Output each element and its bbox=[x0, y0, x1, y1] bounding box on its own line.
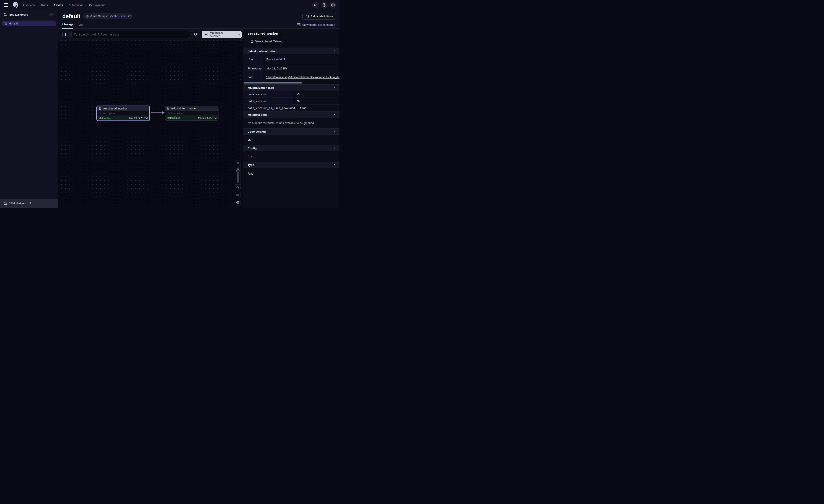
page-title: default bbox=[62, 13, 80, 19]
section-config[interactable]: Config ▼ bbox=[243, 145, 339, 151]
asset-group-badge-link[interactable]: 250321-dvers bbox=[110, 15, 126, 18]
materialize-selected-button[interactable]: Materialize selected bbox=[202, 31, 236, 38]
materialize-selected-split-button: Materialize selected bbox=[202, 31, 242, 38]
section-type[interactable]: Type ▼ bbox=[243, 161, 339, 168]
caret-down-icon: ▼ bbox=[333, 130, 335, 133]
primary-nav: Overview Runs Assets Automation Deployme… bbox=[23, 3, 105, 7]
tag-value: v5 bbox=[293, 91, 339, 98]
reload-definitions-label: Reload definitions bbox=[311, 15, 333, 18]
tag-value: 20 bbox=[293, 98, 339, 105]
dagster-logo-icon[interactable] bbox=[12, 2, 19, 9]
collapse-panel-button[interactable] bbox=[62, 31, 70, 38]
nav-runs[interactable]: Runs bbox=[41, 3, 48, 7]
asset-group-badge-text: Asset Group in bbox=[90, 15, 108, 18]
page-header: default Asset Group in 250321-dvers Relo… bbox=[58, 10, 339, 21]
metadata-plots-empty-message: No numeric metadata entries available to… bbox=[243, 118, 339, 128]
type-value: Any bbox=[243, 168, 339, 179]
tab-list[interactable]: List bbox=[79, 23, 83, 28]
asset-node-timestamp: Mar 21, 5:25 PM bbox=[198, 117, 216, 119]
lineage-edge-arrow bbox=[151, 111, 165, 115]
sidebar-group-label: 250321-dvers bbox=[9, 13, 28, 16]
search-icon bbox=[74, 33, 77, 36]
run-id-link[interactable]: c9a40434 bbox=[272, 57, 285, 61]
sidebar-item-default[interactable]: default bbox=[2, 20, 56, 26]
section-title: Materialization tags bbox=[248, 86, 274, 89]
zoom-out-icon bbox=[236, 186, 239, 189]
dagster-app: Overview Runs Assets Automation Deployme… bbox=[0, 0, 339, 208]
view-global-asset-lineage-link[interactable]: View global asset lineage bbox=[297, 23, 335, 28]
asset-node-versioned-number[interactable]: versioned_number No description Material… bbox=[96, 106, 150, 121]
canvas-controls bbox=[235, 160, 241, 206]
section-metadata-plots[interactable]: Metadata plots ▼ bbox=[243, 112, 339, 118]
zoom-slider[interactable] bbox=[235, 166, 240, 184]
zoom-control-pill bbox=[235, 160, 241, 191]
sidebar-footer[interactable]: 250321-dvers bbox=[0, 199, 58, 208]
graph-settings-button[interactable] bbox=[235, 192, 241, 198]
asset-node-multiplied-number[interactable]: multiplied_number No description Materia… bbox=[165, 106, 218, 120]
asset-groups-sidebar: 250321-dvers 1 default 250321-dvers bbox=[0, 10, 58, 208]
materialize-dropdown-button[interactable] bbox=[236, 31, 242, 38]
asset-table-icon bbox=[167, 107, 169, 110]
settings-button[interactable] bbox=[329, 2, 336, 9]
tag-key: data_version bbox=[243, 98, 293, 105]
help-button[interactable]: ? bbox=[321, 2, 328, 9]
view-in-asset-catalog-label: View in Asset Catalog bbox=[255, 39, 283, 43]
view-in-asset-catalog-button[interactable]: View in Asset Catalog bbox=[248, 38, 285, 44]
nav-deployment[interactable]: Deployment bbox=[89, 3, 105, 7]
download-icon bbox=[236, 201, 240, 205]
zoom-in-button[interactable] bbox=[235, 160, 240, 166]
zoom-out-button[interactable] bbox=[235, 184, 240, 190]
panel-horizontal-scrollbar bbox=[243, 81, 339, 84]
zoom-slider-handle[interactable] bbox=[236, 169, 239, 172]
nav-automation[interactable]: Automation bbox=[69, 3, 83, 7]
sidebar-item-label: default bbox=[9, 22, 18, 25]
tab-lineage[interactable]: Lineage bbox=[62, 23, 73, 28]
materialize-selected-label: Materialize selected bbox=[210, 31, 233, 38]
tag-value: true bbox=[297, 105, 339, 111]
asset-detail-panel: versioned_number View in Asset Catalog L… bbox=[243, 28, 339, 208]
search-button[interactable] bbox=[312, 2, 319, 9]
view-global-asset-lineage-label: View global asset lineage bbox=[302, 23, 335, 26]
section-title: Type bbox=[248, 163, 254, 166]
path-link[interactable]: /Users/smackesey/stm/code/elementl/exper… bbox=[266, 76, 339, 79]
search-icon bbox=[314, 3, 317, 7]
section-title: Latest materialization bbox=[248, 49, 277, 53]
reload-cube-icon bbox=[305, 14, 309, 18]
nav-overview[interactable]: Overview bbox=[23, 3, 35, 7]
asset-search-input[interactable] bbox=[79, 33, 188, 36]
folder-icon bbox=[4, 202, 7, 205]
nav-assets[interactable]: Assets bbox=[54, 3, 63, 7]
top-nav: Overview Runs Assets Automation Deployme… bbox=[0, 0, 339, 10]
tag-row-code-version: code_version v5 bbox=[243, 91, 339, 98]
reload-definitions-button[interactable]: Reload definitions bbox=[302, 13, 336, 20]
asset-group-icon bbox=[4, 22, 7, 25]
run-row-value: Run c9a40434 bbox=[263, 54, 339, 64]
run-row-key: Run bbox=[243, 54, 263, 64]
section-materialization-tags[interactable]: Materialization tags ▼ bbox=[243, 84, 339, 91]
sidebar-group-row[interactable]: 250321-dvers 1 bbox=[0, 10, 58, 19]
download-graph-button[interactable] bbox=[235, 200, 241, 206]
gear-icon bbox=[331, 3, 335, 7]
refresh-graph-button[interactable] bbox=[192, 31, 199, 38]
asset-group-badge[interactable]: Asset Group in 250321-dvers bbox=[83, 13, 133, 19]
hamburger-menu-icon[interactable] bbox=[3, 1, 10, 9]
section-title: Metadata plots bbox=[248, 113, 268, 116]
materialize-sparkle-icon bbox=[205, 33, 208, 36]
lineage-graph-icon bbox=[297, 23, 301, 26]
section-latest-materialization[interactable]: Latest materialization ▼ bbox=[243, 48, 339, 54]
section-code-version[interactable]: Code Version ▼ bbox=[243, 128, 339, 135]
latest-timestamp-row: Timestamp Mar 21, 5:29 PM bbox=[243, 64, 339, 73]
help-icon: ? bbox=[322, 3, 326, 7]
sidebar-footer-label: 250321-dvers bbox=[9, 202, 26, 205]
external-link-icon bbox=[250, 40, 253, 43]
caret-down-icon: ▼ bbox=[333, 87, 335, 89]
caret-down-icon: ▼ bbox=[333, 114, 335, 116]
lineage-canvas[interactable]: versioned_number No description Material… bbox=[58, 40, 243, 208]
asset-detail-title: versioned_number bbox=[248, 31, 335, 35]
horizontal-scrollbar-thumb[interactable] bbox=[244, 82, 302, 84]
asset-node-status: Materialized bbox=[167, 117, 180, 119]
panel-toggle-icon bbox=[64, 33, 68, 36]
asset-node-status: Materialized bbox=[99, 117, 112, 119]
refresh-icon bbox=[28, 202, 31, 205]
asset-node-name: multiplied_number bbox=[171, 107, 197, 110]
